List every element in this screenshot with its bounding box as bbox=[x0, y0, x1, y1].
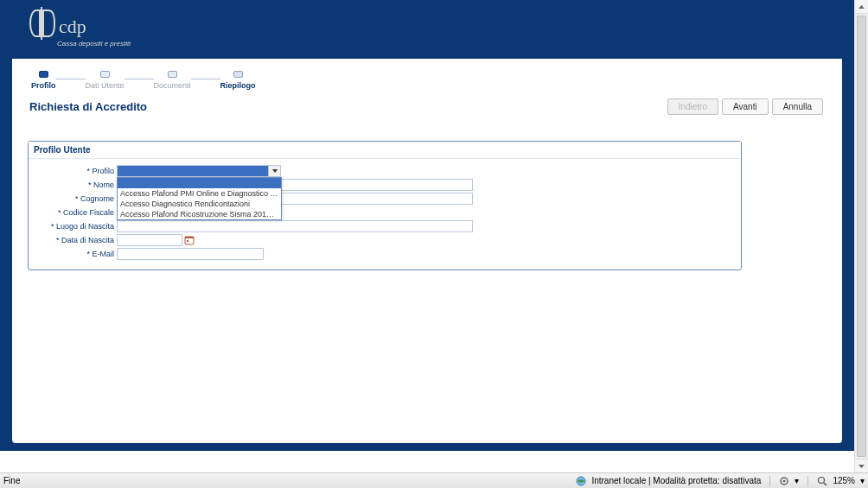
label-nome: Nome bbox=[35, 181, 117, 189]
svg-rect-5 bbox=[187, 240, 188, 242]
zone-icon bbox=[576, 476, 586, 486]
dropdown-item[interactable]: Accesso Plafond PMI Online e Diagnostico… bbox=[118, 188, 281, 199]
label-luogo-nascita: Luogo di Nascita bbox=[35, 222, 117, 231]
label-profilo: Profilo bbox=[35, 167, 117, 175]
step-profilo[interactable]: Profilo bbox=[31, 71, 56, 90]
svg-point-10 bbox=[783, 479, 786, 482]
logo: cdp bbox=[28, 5, 86, 41]
action-buttons: Indietro Avanti Annulla bbox=[667, 98, 823, 115]
logo-text: cdp bbox=[59, 17, 86, 36]
chevron-down-icon[interactable]: ▾ bbox=[860, 476, 865, 485]
profilo-select-value bbox=[118, 166, 268, 176]
status-left: Fine bbox=[3, 476, 20, 485]
back-button: Indietro bbox=[667, 98, 718, 115]
svg-marker-7 bbox=[858, 465, 865, 468]
step-node-icon bbox=[100, 71, 110, 78]
label-email: E-Mail bbox=[35, 250, 117, 258]
title-row: Richiesta di Accredito Indietro Avanti A… bbox=[24, 98, 830, 115]
profilo-dropdown: Accesso Plafond PMI Online e Diagnostico… bbox=[117, 177, 282, 220]
svg-point-11 bbox=[819, 477, 825, 483]
calendar-icon[interactable] bbox=[184, 235, 195, 245]
step-label: Documenti bbox=[154, 81, 191, 90]
outer-background: cdp Cassa depositi e prestiti Profilo Da… bbox=[0, 0, 854, 451]
email-input[interactable] bbox=[117, 248, 264, 260]
row-email: E-Mail bbox=[35, 247, 734, 261]
cancel-button[interactable]: Annulla bbox=[772, 98, 823, 115]
data-nascita-input[interactable] bbox=[117, 234, 182, 246]
form: Profilo Accesso Plafond PMI Online e Dia… bbox=[29, 159, 741, 269]
step-label: Dati Utente bbox=[86, 81, 124, 90]
row-profilo: Profilo Accesso Plafond PMI Online e Dia… bbox=[35, 164, 734, 178]
row-luogo: Luogo di Nascita bbox=[35, 219, 734, 233]
gear-icon[interactable] bbox=[779, 476, 789, 486]
step-label: Profilo bbox=[31, 81, 56, 90]
svg-marker-6 bbox=[858, 5, 865, 9]
label-codice-fiscale: Codice Fiscale bbox=[35, 208, 117, 217]
status-right: Intranet locale | Modalità protetta: dis… bbox=[576, 476, 865, 486]
zone-text: Intranet locale | Modalità protetta: dis… bbox=[591, 476, 761, 485]
vertical-scrollbar[interactable] bbox=[854, 0, 868, 472]
status-bar: Fine Intranet locale | Modalità protetta… bbox=[0, 472, 868, 488]
step-documenti[interactable]: Documenti bbox=[154, 71, 191, 90]
step-node-icon bbox=[39, 71, 48, 78]
logo-subtitle: Cassa depositi e prestiti bbox=[57, 40, 854, 48]
scroll-thumb[interactable] bbox=[857, 16, 866, 457]
step-connector bbox=[56, 79, 86, 79]
profilo-select[interactable] bbox=[117, 165, 281, 177]
step-riepilogo[interactable]: Riepilogo bbox=[220, 71, 256, 90]
step-node-icon bbox=[168, 71, 177, 78]
wizard-steps: Profilo Dati Utente Documenti bbox=[31, 71, 830, 90]
svg-marker-2 bbox=[272, 169, 278, 173]
luogo-nascita-input[interactable] bbox=[117, 220, 473, 232]
chevron-down-icon[interactable] bbox=[268, 166, 280, 176]
dropdown-item-blank[interactable] bbox=[118, 178, 281, 188]
step-connector bbox=[191, 79, 220, 79]
status-separator bbox=[807, 476, 808, 486]
chevron-down-icon[interactable]: ▾ bbox=[795, 476, 799, 485]
content-area: cdp Cassa depositi e prestiti Profilo Da… bbox=[0, 0, 854, 472]
label-data-nascita: Data di Nascita bbox=[35, 236, 117, 244]
profilo-utente-panel: Profilo Utente Profilo bbox=[28, 141, 742, 270]
scroll-up-icon[interactable] bbox=[855, 0, 868, 14]
dropdown-item[interactable]: Accesso Plafond Ricostruzione Sisma 2012… bbox=[118, 209, 281, 219]
step-label: Riepilogo bbox=[220, 81, 256, 90]
step-dati-utente[interactable]: Dati Utente bbox=[86, 71, 124, 90]
zoom-icon[interactable] bbox=[817, 476, 827, 486]
step-node-icon bbox=[233, 71, 243, 78]
logo-icon bbox=[28, 5, 57, 41]
label-cognome: Cognome bbox=[35, 194, 117, 203]
page-title: Richiesta di Accredito bbox=[29, 100, 147, 113]
svg-rect-4 bbox=[185, 237, 194, 238]
panel-header: Profilo Utente bbox=[29, 142, 741, 159]
page-body: Profilo Dati Utente Documenti bbox=[12, 59, 842, 443]
next-button[interactable]: Avanti bbox=[722, 98, 769, 115]
dropdown-item[interactable]: Accesso Diagnostico Rendicontazioni bbox=[118, 199, 281, 209]
svg-line-12 bbox=[824, 483, 827, 485]
zoom-value: 125% bbox=[833, 476, 855, 485]
row-data: Data di Nascita bbox=[35, 233, 734, 247]
scroll-down-icon[interactable] bbox=[855, 459, 868, 472]
step-connector bbox=[124, 79, 154, 79]
status-separator bbox=[769, 476, 770, 486]
header-banner: cdp Cassa depositi e prestiti bbox=[0, 0, 854, 59]
